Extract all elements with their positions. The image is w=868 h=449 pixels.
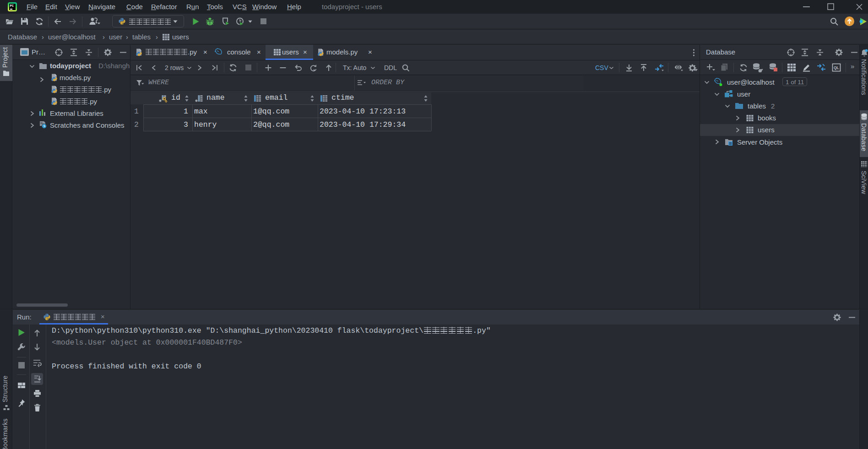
svg-text:QL: QL [834, 65, 839, 70]
